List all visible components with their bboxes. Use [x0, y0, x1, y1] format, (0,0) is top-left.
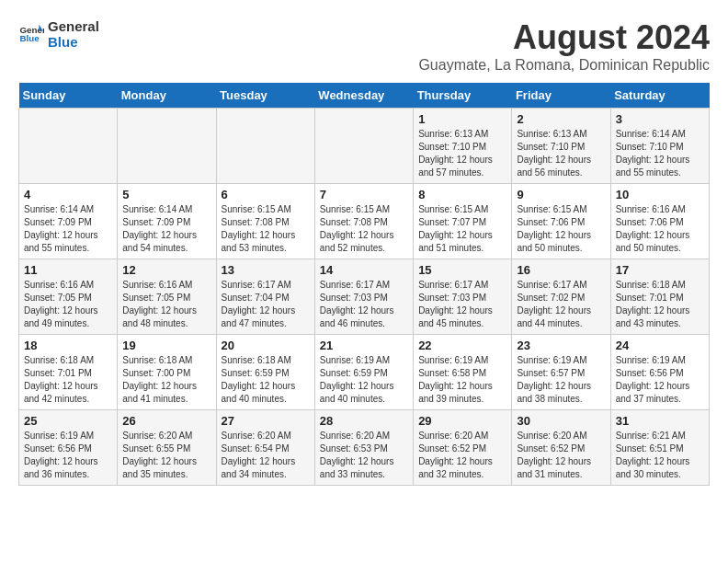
day-number: 9 — [517, 188, 605, 201]
calendar-cell: 4Sunrise: 6:14 AM Sunset: 7:09 PM Daylig… — [19, 184, 118, 259]
day-number: 25 — [24, 414, 112, 428]
day-number: 8 — [418, 188, 506, 201]
calendar-cell: 27Sunrise: 6:20 AM Sunset: 6:54 PM Dayli… — [216, 410, 314, 486]
day-info: Sunrise: 6:19 AM Sunset: 6:58 PM Dayligh… — [418, 354, 506, 406]
day-number: 28 — [320, 414, 408, 428]
calendar-cell: 11Sunrise: 6:16 AM Sunset: 7:05 PM Dayli… — [19, 259, 118, 335]
subtitle: Guaymate, La Romana, Dominican Republic — [418, 57, 710, 74]
day-number: 21 — [320, 339, 408, 352]
calendar-cell: 24Sunrise: 6:19 AM Sunset: 6:56 PM Dayli… — [610, 335, 709, 410]
calendar-cell: 13Sunrise: 6:17 AM Sunset: 7:04 PM Dayli… — [216, 259, 314, 335]
header-row: SundayMondayTuesdayWednesdayThursdayFrid… — [19, 83, 710, 109]
day-number: 12 — [122, 263, 210, 277]
day-info: Sunrise: 6:17 AM Sunset: 7:03 PM Dayligh… — [418, 279, 506, 330]
calendar-cell — [118, 109, 216, 184]
header-day-sunday: Sunday — [19, 83, 118, 109]
day-number: 24 — [616, 339, 704, 352]
logo-blue-text: Blue — [48, 34, 99, 50]
day-info: Sunrise: 6:13 AM Sunset: 7:10 PM Dayligh… — [517, 128, 605, 179]
day-info: Sunrise: 6:20 AM Sunset: 6:53 PM Dayligh… — [320, 430, 408, 481]
day-number: 5 — [122, 188, 210, 201]
main-title: August 2024 — [418, 18, 710, 57]
week-row-5: 25Sunrise: 6:19 AM Sunset: 6:56 PM Dayli… — [19, 410, 710, 486]
calendar-cell: 26Sunrise: 6:20 AM Sunset: 6:55 PM Dayli… — [118, 410, 216, 486]
day-info: Sunrise: 6:14 AM Sunset: 7:10 PM Dayligh… — [616, 128, 704, 179]
day-number: 13 — [222, 263, 310, 277]
calendar-table: SundayMondayTuesdayWednesdayThursdayFrid… — [18, 83, 710, 486]
day-number: 6 — [222, 188, 310, 201]
day-info: Sunrise: 6:18 AM Sunset: 7:00 PM Dayligh… — [122, 354, 210, 406]
header: General Blue General Blue August 2024 Gu… — [18, 18, 710, 74]
header-day-wednesday: Wednesday — [314, 83, 413, 109]
day-info: Sunrise: 6:17 AM Sunset: 7:02 PM Dayligh… — [517, 279, 605, 330]
day-number: 23 — [517, 339, 605, 352]
day-info: Sunrise: 6:19 AM Sunset: 6:56 PM Dayligh… — [616, 354, 704, 406]
calendar-cell: 19Sunrise: 6:18 AM Sunset: 7:00 PM Dayli… — [118, 335, 216, 410]
day-info: Sunrise: 6:17 AM Sunset: 7:03 PM Dayligh… — [320, 279, 408, 330]
calendar-cell: 22Sunrise: 6:19 AM Sunset: 6:58 PM Dayli… — [414, 335, 512, 410]
day-info: Sunrise: 6:18 AM Sunset: 7:01 PM Dayligh… — [616, 279, 704, 330]
day-info: Sunrise: 6:16 AM Sunset: 7:05 PM Dayligh… — [122, 279, 210, 330]
day-info: Sunrise: 6:16 AM Sunset: 7:06 PM Dayligh… — [616, 203, 704, 255]
logo-general-text: General — [48, 18, 99, 34]
day-number: 7 — [320, 188, 408, 201]
calendar-cell: 23Sunrise: 6:19 AM Sunset: 6:57 PM Dayli… — [512, 335, 610, 410]
day-number: 14 — [320, 263, 408, 277]
week-row-3: 11Sunrise: 6:16 AM Sunset: 7:05 PM Dayli… — [19, 259, 710, 335]
day-info: Sunrise: 6:15 AM Sunset: 7:08 PM Dayligh… — [222, 203, 310, 255]
calendar-cell — [314, 109, 413, 184]
calendar-cell: 8Sunrise: 6:15 AM Sunset: 7:07 PM Daylig… — [414, 184, 512, 259]
calendar-cell: 7Sunrise: 6:15 AM Sunset: 7:08 PM Daylig… — [314, 184, 413, 259]
day-info: Sunrise: 6:21 AM Sunset: 6:51 PM Dayligh… — [616, 430, 704, 481]
day-number: 16 — [517, 263, 605, 277]
calendar-cell: 5Sunrise: 6:14 AM Sunset: 7:09 PM Daylig… — [118, 184, 216, 259]
calendar-cell: 12Sunrise: 6:16 AM Sunset: 7:05 PM Dayli… — [118, 259, 216, 335]
day-number: 29 — [418, 414, 506, 428]
day-info: Sunrise: 6:20 AM Sunset: 6:52 PM Dayligh… — [418, 430, 506, 481]
calendar-cell: 9Sunrise: 6:15 AM Sunset: 7:06 PM Daylig… — [512, 184, 610, 259]
day-info: Sunrise: 6:15 AM Sunset: 7:07 PM Dayligh… — [418, 203, 506, 255]
logo: General Blue General Blue — [18, 18, 99, 50]
calendar-cell: 10Sunrise: 6:16 AM Sunset: 7:06 PM Dayli… — [610, 184, 709, 259]
calendar-cell: 2Sunrise: 6:13 AM Sunset: 7:10 PM Daylig… — [512, 109, 610, 184]
day-number: 31 — [616, 414, 704, 428]
day-info: Sunrise: 6:15 AM Sunset: 7:08 PM Dayligh… — [320, 203, 408, 255]
calendar-cell — [216, 109, 314, 184]
header-day-thursday: Thursday — [414, 83, 512, 109]
day-info: Sunrise: 6:13 AM Sunset: 7:10 PM Dayligh… — [418, 128, 506, 179]
day-info: Sunrise: 6:15 AM Sunset: 7:06 PM Dayligh… — [517, 203, 605, 255]
day-info: Sunrise: 6:20 AM Sunset: 6:54 PM Dayligh… — [222, 430, 310, 481]
header-day-saturday: Saturday — [610, 83, 709, 109]
calendar-cell: 16Sunrise: 6:17 AM Sunset: 7:02 PM Dayli… — [512, 259, 610, 335]
calendar-cell: 28Sunrise: 6:20 AM Sunset: 6:53 PM Dayli… — [314, 410, 413, 486]
calendar-cell: 25Sunrise: 6:19 AM Sunset: 6:56 PM Dayli… — [19, 410, 118, 486]
day-number: 3 — [616, 112, 704, 126]
day-number: 17 — [616, 263, 704, 277]
logo-icon: General Blue — [18, 21, 44, 47]
calendar-cell: 21Sunrise: 6:19 AM Sunset: 6:59 PM Dayli… — [314, 335, 413, 410]
day-info: Sunrise: 6:19 AM Sunset: 6:56 PM Dayligh… — [24, 430, 112, 481]
calendar-cell: 14Sunrise: 6:17 AM Sunset: 7:03 PM Dayli… — [314, 259, 413, 335]
week-row-2: 4Sunrise: 6:14 AM Sunset: 7:09 PM Daylig… — [19, 184, 710, 259]
day-info: Sunrise: 6:20 AM Sunset: 6:55 PM Dayligh… — [122, 430, 210, 481]
svg-text:Blue: Blue — [19, 33, 40, 43]
week-row-4: 18Sunrise: 6:18 AM Sunset: 7:01 PM Dayli… — [19, 335, 710, 410]
day-number: 26 — [122, 414, 210, 428]
calendar-cell: 1Sunrise: 6:13 AM Sunset: 7:10 PM Daylig… — [414, 109, 512, 184]
day-number: 11 — [24, 263, 112, 277]
day-number: 27 — [222, 414, 310, 428]
header-day-monday: Monday — [118, 83, 216, 109]
day-info: Sunrise: 6:19 AM Sunset: 6:59 PM Dayligh… — [320, 354, 408, 406]
day-number: 1 — [418, 112, 506, 126]
calendar-cell: 31Sunrise: 6:21 AM Sunset: 6:51 PM Dayli… — [610, 410, 709, 486]
day-number: 30 — [517, 414, 605, 428]
day-number: 4 — [24, 188, 112, 201]
day-number: 22 — [418, 339, 506, 352]
day-info: Sunrise: 6:19 AM Sunset: 6:57 PM Dayligh… — [517, 354, 605, 406]
day-info: Sunrise: 6:20 AM Sunset: 6:52 PM Dayligh… — [517, 430, 605, 481]
day-info: Sunrise: 6:18 AM Sunset: 6:59 PM Dayligh… — [222, 354, 310, 406]
day-number: 10 — [616, 188, 704, 201]
day-info: Sunrise: 6:14 AM Sunset: 7:09 PM Dayligh… — [122, 203, 210, 255]
day-info: Sunrise: 6:14 AM Sunset: 7:09 PM Dayligh… — [24, 203, 112, 255]
header-day-friday: Friday — [512, 83, 610, 109]
